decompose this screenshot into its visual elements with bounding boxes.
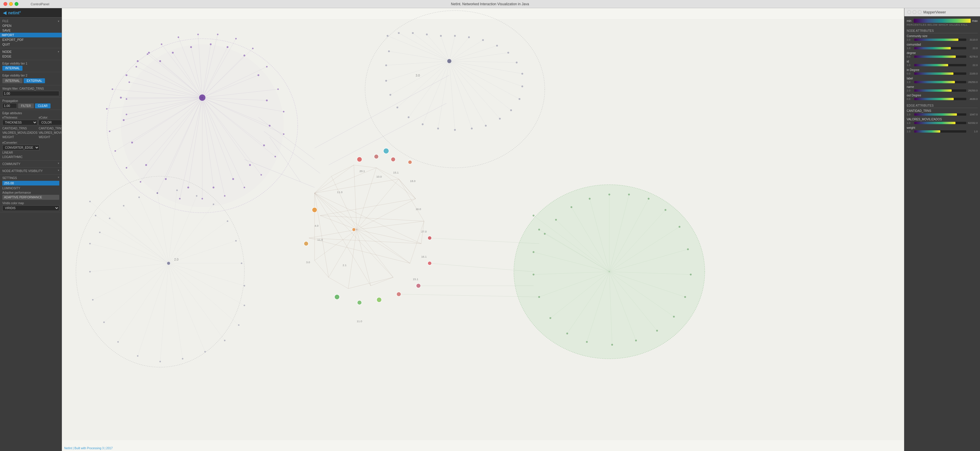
viridis-dropdown[interactable]: VIRIDIS [2, 206, 59, 211]
svg-point-198 [159, 361, 161, 362]
thick-option3: WEIGHT [2, 135, 37, 139]
svg-text:20.1: 20.1 [360, 169, 365, 173]
thickness-dropdown[interactable]: THICKNESS CANTIDAD_TRNS VALORES_MOVILIZA… [2, 120, 37, 125]
weight-attr: weight 1.0 1.0 [907, 126, 978, 133]
svg-point-81 [140, 181, 142, 183]
mapper-window-controls[interactable] [907, 10, 921, 14]
viridis-bar-container: min max [907, 19, 978, 23]
svg-point-249 [611, 344, 613, 346]
svg-point-140 [468, 37, 470, 38]
svg-point-213 [123, 205, 124, 207]
svg-text:11.0: 11.0 [337, 190, 342, 194]
svg-point-99 [147, 53, 148, 55]
svg-point-212 [138, 197, 140, 198]
svg-point-75 [159, 60, 161, 62]
edge-attrs-title: Edge attributes [907, 103, 978, 108]
node-item[interactable]: NODE [2, 49, 12, 54]
svg-point-102 [126, 99, 127, 100]
svg-point-159 [385, 65, 387, 66]
viridis-max-label: max [972, 19, 978, 22]
edge-item[interactable]: EDGE [2, 54, 59, 59]
svg-point-152 [454, 129, 456, 131]
community-expand-icon: ▾ [58, 162, 59, 166]
svg-point-141 [482, 39, 484, 41]
viridis-map-label: Viridis color map [2, 201, 59, 206]
external-tier2-button[interactable]: EXTERNAL [24, 78, 45, 83]
mapper-content: min max PERCENTILES BELOW WHICH VALUES F… [904, 16, 980, 136]
adaptive-performance-button[interactable]: ADAPTIVE PERFORMANCE [2, 195, 59, 200]
internal-tier1-button[interactable]: INTERNAL [2, 66, 22, 71]
file-menu-label: FILE ▾ [2, 19, 59, 23]
svg-point-89 [283, 134, 285, 135]
svg-point-210 [177, 190, 178, 191]
logo-bar: ◀ netint° [0, 8, 62, 18]
svg-point-257 [665, 209, 667, 211]
svg-point-84 [202, 198, 203, 199]
svg-point-241 [533, 215, 535, 217]
svg-point-262 [571, 206, 572, 208]
svg-text:16.0: 16.0 [415, 207, 421, 210]
svg-point-139 [454, 35, 456, 37]
propagation-input[interactable] [2, 103, 17, 108]
export-pdf-item[interactable]: EXPORT_PDF [2, 37, 59, 42]
svg-point-248 [586, 341, 588, 343]
clear-button[interactable]: CLEAR [35, 104, 51, 108]
svg-point-74 [172, 52, 174, 53]
svg-point-208 [213, 204, 214, 205]
weight-filter-input[interactable] [2, 91, 59, 96]
svg-point-85 [224, 195, 226, 197]
svg-point-155 [408, 116, 409, 118]
svg-point-62 [188, 186, 189, 188]
mapper-close-btn[interactable] [907, 10, 911, 14]
svg-point-318 [383, 148, 389, 154]
mapper-title: MapperViewer [923, 10, 946, 14]
svg-point-250 [635, 340, 637, 341]
luminosity-label: LUMINOSITY [2, 186, 59, 190]
propagation-label: Propagation [2, 99, 59, 103]
svg-point-149 [499, 118, 501, 120]
svg-point-315 [374, 154, 379, 159]
window-controls[interactable] [0, 2, 22, 6]
weight-filter-section: Weight filter: CANTIDAD_TRNS [0, 85, 62, 97]
open-item[interactable]: OPEN [2, 23, 59, 28]
maximize-button[interactable] [14, 2, 18, 6]
svg-point-100 [135, 66, 137, 67]
svg-point-138 [440, 35, 442, 37]
svg-point-205 [241, 263, 242, 264]
svg-point-196 [118, 341, 119, 343]
settings-expand-icon: ▾ [58, 176, 59, 180]
filter-button[interactable]: FILTER [18, 104, 34, 108]
converter-dropdown[interactable]: CONVERTER_EDGE LINEAR LOGARITHMIC [2, 145, 40, 150]
left-window-title: ControlPanel [31, 2, 49, 6]
save-item[interactable]: SAVE [2, 28, 59, 33]
network-canvas[interactable]: 3.0 [62, 8, 904, 451]
edge-attrs-section: Edge attributes eThickness: THICKNESS CA… [0, 110, 62, 161]
main-layout: ◀ netint° FILE ▾ OPEN SAVE IMPORT EXPORT… [0, 8, 980, 451]
converter-label: eConverter: [2, 140, 59, 145]
mapper-title-bar: MapperViewer [904, 8, 980, 16]
internal-tier2-button[interactable]: INTERNAL [2, 78, 22, 83]
mapper-min-btn[interactable] [913, 10, 916, 14]
node-visibility-label: NODE ATTRIBUTE VISIBILITY [2, 169, 43, 173]
svg-point-316 [391, 157, 395, 161]
edge-tier1-label: Edge visibility tier 1 [2, 61, 59, 66]
minimize-button[interactable] [9, 2, 13, 6]
svg-point-321 [334, 295, 339, 300]
community-section: COMMUNITY ▾ [0, 161, 62, 168]
import-item[interactable]: IMPORT [0, 33, 62, 37]
file-dropdown-icon: ▾ [58, 19, 59, 23]
color-dropdown[interactable]: COLOR CANTIDAD_TRNS VALORES_MOVILIZADOS … [38, 120, 62, 125]
svg-point-148 [510, 110, 512, 111]
svg-point-188 [167, 262, 170, 265]
svg-point-144 [516, 62, 517, 64]
adaptive-perf-label: Adaptive performance [2, 190, 59, 195]
svg-text:11.0: 11.0 [317, 238, 323, 241]
svg-point-192 [89, 243, 91, 244]
id-attr: id 1.0 22.0 [907, 60, 978, 67]
svg-point-322 [357, 300, 361, 304]
mapper-max-btn[interactable] [918, 10, 921, 14]
quit-item[interactable]: QUIT [2, 42, 59, 47]
close-button[interactable] [3, 2, 7, 6]
svg-point-317 [408, 160, 412, 164]
svg-point-209 [196, 195, 197, 197]
